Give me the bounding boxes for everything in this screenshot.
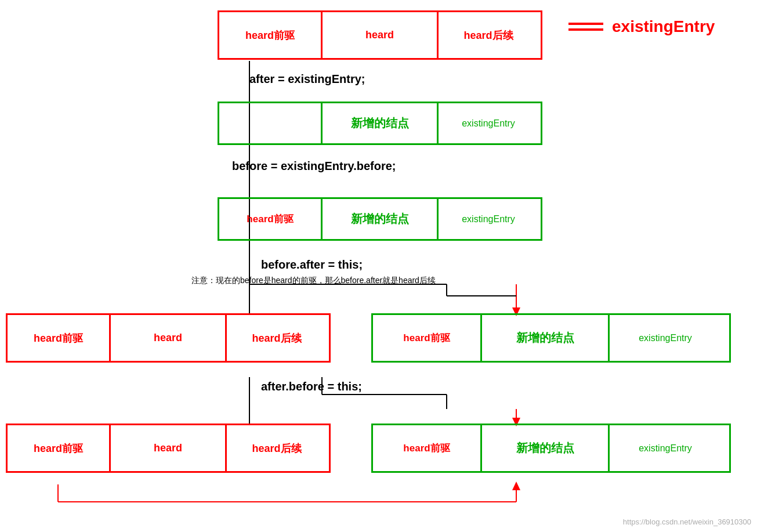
row4-left-cell3: heard后续 [225,315,327,361]
row3-cell3: existingEntry [437,199,538,239]
row2-node: 新增的结点 existingEntry [218,102,542,145]
row2-cell2: 新增的结点 [321,103,437,143]
after-eq-label: after = existingEntry; [249,73,365,86]
before-after-label: before.after = this; [261,258,363,272]
legend-label: existingEntry [612,17,715,36]
row5-right-cell3: existingEntry [608,425,721,471]
row4-right-cell3: existingEntry [608,315,721,361]
row4-left-node: heard前驱 heard heard后续 [6,313,331,363]
note-label: 注意：现在的before是heard的前驱，那么before.after就是he… [191,276,436,286]
row3-cell2: 新增的结点 [321,199,437,239]
svg-marker-9 [512,482,520,490]
main-container: heard前驱 heard heard后续 existingEntry afte… [0,0,757,532]
legend-line-1 [568,23,603,25]
legend: existingEntry [568,17,715,36]
row3-node: heard前驱 新增的结点 existingEntry [218,197,542,241]
row5-left-node: heard前驱 heard heard后续 [6,424,331,473]
before-eq-label: before = existingEntry.before; [232,160,396,173]
row4-right-node: heard前驱 新增的结点 existingEntry [371,313,731,363]
row1-cell3: heard后续 [437,12,538,58]
row1-cell2: heard [321,12,437,58]
row5-right-node: heard前驱 新增的结点 existingEntry [371,424,731,473]
legend-lines [568,23,603,31]
row1-cell1: heard前驱 [219,12,321,58]
row1-node: heard前驱 heard heard后续 [218,10,542,60]
row5-left-cell3: heard后续 [225,425,327,471]
watermark: https://blog.csdn.net/weixin_36910300 [623,517,751,526]
row5-left-cell2: heard [109,425,225,471]
after-before-label: after.before = this; [261,380,362,393]
row4-right-cell1: heard前驱 [373,315,480,361]
row2-cell1 [219,103,321,143]
row2-cell3: existingEntry [437,103,538,143]
row4-right-cell2: 新增的结点 [480,315,608,361]
row5-left-cell1: heard前驱 [8,425,109,471]
row3-cell1: heard前驱 [219,199,321,239]
row5-right-cell2: 新增的结点 [480,425,608,471]
row4-left-cell1: heard前驱 [8,315,109,361]
legend-line-2 [568,28,603,31]
row5-right-cell1: heard前驱 [373,425,480,471]
row4-left-cell2: heard [109,315,225,361]
